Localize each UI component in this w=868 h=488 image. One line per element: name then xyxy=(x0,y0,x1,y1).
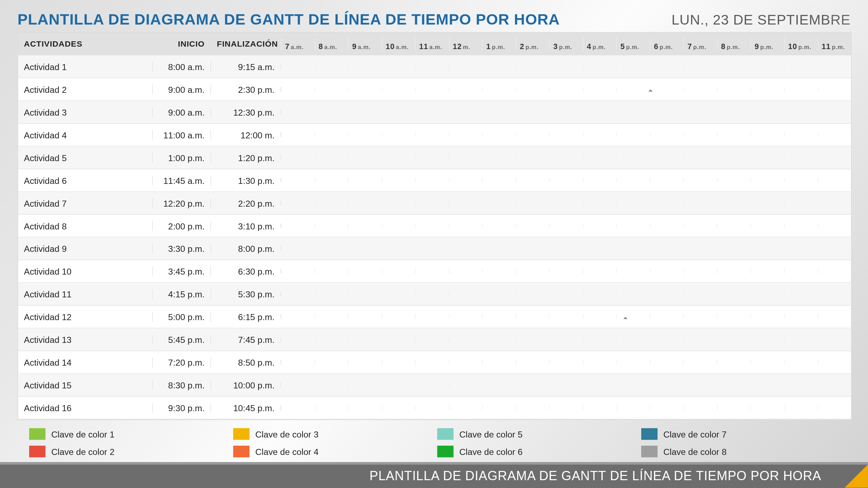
legend-label: Clave de color 1 xyxy=(51,429,114,439)
activity-timeline xyxy=(280,178,851,182)
activity-timeline xyxy=(280,155,851,160)
activity-timeline xyxy=(280,132,851,137)
col-activities: ACTIVIDADES xyxy=(18,39,152,48)
col-start: INICIO xyxy=(152,39,210,48)
table-row: Actividad 158:30 p.m.10:00 p.m. xyxy=(18,374,851,397)
activity-name: Actividad 12 xyxy=(18,312,152,322)
activity-end: 12:00 m. xyxy=(210,130,280,140)
legend-label: Clave de color 7 xyxy=(663,429,727,439)
activity-end: 6:15 p.m. xyxy=(210,312,280,322)
activity-start: 11:00 a.m. xyxy=(152,130,210,140)
table-row: Actividad 147:20 p.m.8:50 p.m. xyxy=(18,351,851,374)
legend-item: Clave de color 3 xyxy=(221,428,425,440)
table-row: Actividad 712:20 p.m.2:20 p.m. xyxy=(18,192,851,215)
legend-item: Clave de color 6 xyxy=(425,446,629,457)
activity-timeline: ASISTENCIA OBLIGATORIA xyxy=(280,314,851,319)
activity-timeline xyxy=(280,337,851,342)
activity-name: Actividad 1 xyxy=(18,62,152,71)
page-title: PLANTILLA DE DIAGRAMA DE GANTT DE LÍNEA … xyxy=(17,11,560,29)
table-row: Actividad 169:30 p.m.10:45 p.m. xyxy=(18,397,851,419)
legend-item: Clave de color 5 xyxy=(425,428,629,440)
activity-timeline xyxy=(280,269,851,274)
activity-name: Actividad 9 xyxy=(18,244,152,254)
activity-end: 10:45 p.m. xyxy=(210,403,280,413)
activity-start: 3:30 p.m. xyxy=(152,244,210,254)
footer-bar: PLANTILLA DE DIAGRAMA DE GANTT DE LÍNEA … xyxy=(0,464,868,488)
legend-swatch xyxy=(29,446,45,457)
hour-col: 1p.m. xyxy=(482,37,516,51)
activity-end: 3:10 p.m. xyxy=(210,221,280,231)
activity-name: Actividad 4 xyxy=(18,130,152,140)
legend-swatch xyxy=(641,446,658,457)
activity-start: 2:00 p.m. xyxy=(152,221,210,231)
activity-end: 2:30 p.m. xyxy=(210,84,280,94)
hour-col: 5p.m. xyxy=(616,37,650,51)
table-row: Actividad 135:45 p.m.7:45 p.m. xyxy=(18,328,851,351)
activity-end: 8:00 p.m. xyxy=(210,244,280,254)
activity-name: Actividad 6 xyxy=(18,175,152,185)
legend-item: Clave de color 8 xyxy=(629,446,834,457)
legend-item: Clave de color 7 xyxy=(629,428,834,440)
activity-start: 5:00 p.m. xyxy=(152,312,210,322)
activity-start: 7:20 p.m. xyxy=(152,357,210,367)
activity-start: 4:15 p.m. xyxy=(152,289,210,299)
legend-swatch xyxy=(233,446,250,457)
activity-name: Actividad 13 xyxy=(18,335,152,345)
activity-end: 9:15 a.m. xyxy=(210,62,280,71)
activity-start: 5:45 p.m. xyxy=(152,335,210,345)
hour-col: 6p.m. xyxy=(650,37,683,51)
activity-start: 8:00 a.m. xyxy=(152,62,210,71)
table-header-row: ACTIVIDADES INICIO FINALIZACIÓN 7a.m.8a.… xyxy=(18,33,851,55)
activity-end: 1:30 p.m. xyxy=(210,175,280,185)
activity-name: Actividad 16 xyxy=(18,403,152,413)
activity-name: Actividad 5 xyxy=(18,153,152,163)
legend-label: Clave de color 4 xyxy=(255,446,318,456)
hour-col: 8p.m. xyxy=(717,37,750,51)
hour-col: 7p.m. xyxy=(684,37,717,51)
page-date: LUN., 23 DE SEPTIEMBRE xyxy=(671,12,851,28)
table-row: Actividad 411:00 a.m.12:00 m. xyxy=(18,124,851,147)
activity-end: 1:20 p.m. xyxy=(210,153,280,163)
activity-start: 9:30 p.m. xyxy=(152,403,210,413)
col-end: FINALIZACIÓN xyxy=(210,39,280,48)
activity-name: Actividad 10 xyxy=(18,266,152,276)
activity-start: 9:00 a.m. xyxy=(152,84,210,94)
table-row: Actividad 51:00 p.m.1:20 p.m. xyxy=(18,147,851,169)
activity-timeline xyxy=(280,110,851,114)
legend-item: Clave de color 1 xyxy=(17,428,221,440)
activity-start: 8:30 p.m. xyxy=(152,380,210,390)
hour-col: 12m. xyxy=(449,37,482,51)
activity-name: Actividad 14 xyxy=(18,357,152,367)
activity-timeline xyxy=(280,405,851,410)
activity-start: 9:00 a.m. xyxy=(152,107,210,117)
activity-start: 1:00 p.m. xyxy=(152,153,210,163)
activity-start: 3:45 p.m. xyxy=(152,266,210,276)
table-row: Actividad 103:45 p.m.6:30 p.m. xyxy=(18,260,851,283)
activity-timeline xyxy=(280,292,851,296)
activity-start: 11:45 a.m. xyxy=(152,175,210,185)
hour-col: 11a.m. xyxy=(415,37,449,51)
legend-label: Clave de color 8 xyxy=(663,446,727,456)
legend-label: Clave de color 2 xyxy=(51,446,114,456)
table-row: Actividad 114:15 p.m.5:30 p.m. xyxy=(18,283,851,306)
table-row: Actividad 39:00 a.m.12:30 p.m. xyxy=(18,101,851,124)
activity-timeline xyxy=(280,246,851,251)
legend-item: Clave de color 4 xyxy=(221,446,425,457)
legend-item: Clave de color 2 xyxy=(17,446,221,457)
activity-timeline xyxy=(280,360,851,365)
activity-timeline xyxy=(280,223,851,228)
table-row: Actividad 611:45 a.m.1:30 p.m. xyxy=(18,169,851,192)
activity-end: 8:50 p.m. xyxy=(210,357,280,367)
table-row: Actividad 125:00 p.m.6:15 p.m.ASISTENCIA… xyxy=(18,306,851,328)
activity-end: 12:30 p.m. xyxy=(210,107,280,117)
legend-swatch xyxy=(641,428,658,440)
activity-timeline xyxy=(280,201,851,205)
activity-name: Actividad 8 xyxy=(18,221,152,231)
activity-end: 7:45 p.m. xyxy=(210,335,280,345)
legend-swatch xyxy=(437,446,454,457)
footer-title: PLANTILLA DE DIAGRAMA DE GANTT DE LÍNEA … xyxy=(370,468,821,484)
table-row: Actividad 82:00 p.m.3:10 p.m. xyxy=(18,215,851,238)
activity-name: Actividad 7 xyxy=(18,198,152,208)
hour-col: 7a.m. xyxy=(281,37,314,51)
hour-col: 8a.m. xyxy=(315,37,348,51)
